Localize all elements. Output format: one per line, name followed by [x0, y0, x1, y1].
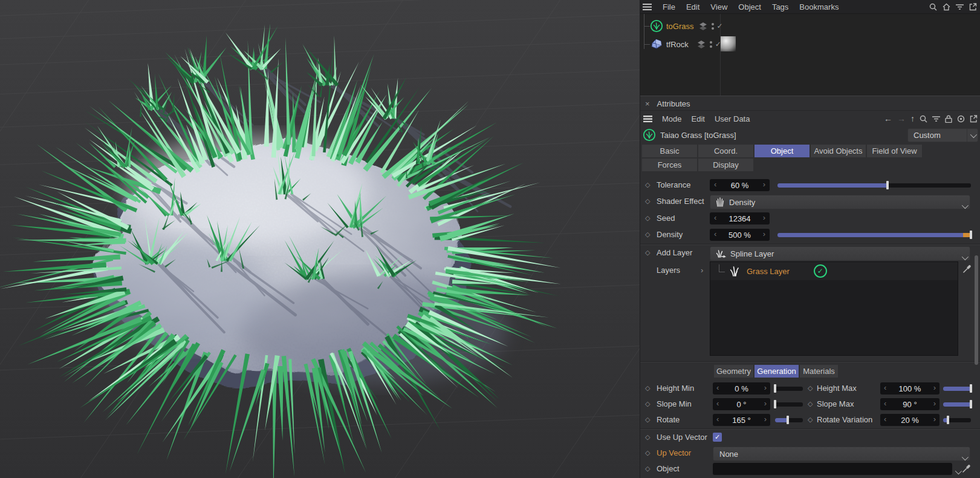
tab-coord[interactable]: Coord.	[698, 145, 753, 157]
density-value[interactable]: 500 %	[729, 231, 751, 240]
visibility-dots-icon[interactable]	[710, 41, 712, 48]
stepper-left-icon[interactable]: ‹	[716, 399, 719, 408]
rotate-slider[interactable]	[775, 416, 803, 424]
layer-name[interactable]: Grass Layer	[747, 267, 790, 276]
height-max-field[interactable]: ‹ 100 % ›	[880, 382, 939, 395]
stepper-left-icon[interactable]: ‹	[884, 383, 886, 392]
hamburger-icon[interactable]	[643, 4, 652, 10]
menu-object[interactable]: Object	[738, 2, 761, 11]
object-row-tfrock[interactable]: tfRock ✓	[640, 36, 721, 53]
target-icon[interactable]	[957, 115, 965, 123]
tab-geometry[interactable]: Geometry	[714, 365, 753, 378]
chevron-down-icon[interactable]	[967, 129, 978, 142]
stepper-left-icon[interactable]: ‹	[714, 213, 716, 222]
height-min-slider[interactable]	[775, 384, 803, 393]
tab-materials[interactable]: Materials	[800, 365, 838, 378]
stepper-right-icon[interactable]: ›	[933, 399, 936, 408]
stepper-right-icon[interactable]: ›	[764, 399, 767, 408]
tab-object[interactable]: Object	[754, 145, 810, 157]
eyedropper-icon[interactable]	[962, 464, 971, 473]
tab-field-of-view[interactable]: Field of View	[867, 145, 922, 157]
seed-value[interactable]: 12364	[729, 214, 750, 223]
stepper-right-icon[interactable]: ›	[764, 414, 767, 424]
enabled-check-icon[interactable]: ✓	[717, 22, 723, 30]
height-max-slider[interactable]	[943, 384, 971, 393]
slope-max-value[interactable]: 90 °	[903, 400, 917, 409]
grass-object-icon[interactable]	[650, 19, 663, 33]
rotate-variation-value[interactable]: 20 %	[901, 416, 919, 425]
forward-arrow-icon[interactable]: →	[897, 114, 906, 123]
slope-max-slider[interactable]	[943, 400, 971, 408]
new-window-icon[interactable]	[969, 3, 977, 11]
stepper-right-icon[interactable]: ›	[933, 383, 936, 392]
use-up-vector-checkbox[interactable]: ✓	[713, 433, 722, 442]
tolerance-slider[interactable]	[777, 181, 971, 189]
3d-viewport[interactable]	[0, 0, 640, 478]
search-icon[interactable]	[920, 115, 927, 123]
tab-generation[interactable]: Generation	[754, 365, 799, 378]
layer-enabled-icon[interactable]: ✓	[814, 264, 827, 278]
stepper-left-icon[interactable]: ‹	[716, 414, 719, 424]
menu-edit[interactable]: Edit	[686, 2, 699, 11]
visibility-dots-icon[interactable]	[712, 23, 714, 30]
tab-forces[interactable]: Forces	[642, 159, 697, 171]
slope-min-field[interactable]: ‹ 0 ° ›	[713, 398, 770, 410]
stepper-left-icon[interactable]: ‹	[716, 383, 719, 392]
expand-chevron-icon[interactable]: ›	[701, 266, 703, 275]
close-icon[interactable]: ×	[645, 99, 650, 108]
stepper-right-icon[interactable]: ›	[764, 383, 767, 392]
rotate-variation-slider[interactable]	[943, 416, 971, 424]
stepper-right-icon[interactable]: ›	[763, 180, 765, 189]
panel-scrollbar[interactable]	[975, 255, 978, 365]
stepper-left-icon[interactable]: ‹	[714, 229, 716, 238]
add-layer-dropdown[interactable]: Spline Layer	[710, 246, 970, 261]
filter-icon[interactable]	[956, 4, 964, 10]
stepper-left-icon[interactable]: ‹	[884, 399, 886, 408]
menu-edit[interactable]: Edit	[692, 114, 705, 123]
shader-effect-dropdown[interactable]: Density	[710, 195, 970, 209]
stepper-left-icon[interactable]: ‹	[884, 414, 886, 424]
slope-min-slider[interactable]	[775, 400, 803, 408]
object-row-tograss[interactable]: toGrass ✓	[640, 18, 723, 34]
rotate-field[interactable]: ‹ 165 ° ›	[713, 414, 770, 426]
seed-value-field[interactable]: ‹ 12364 ›	[710, 212, 770, 224]
menu-tags[interactable]: Tags	[772, 2, 788, 11]
stepper-left-icon[interactable]: ‹	[714, 180, 716, 189]
material-thumbnail[interactable]	[721, 36, 736, 51]
stepper-right-icon[interactable]: ›	[763, 229, 765, 238]
rotate-variation-field[interactable]: ‹ 20 % ›	[880, 414, 939, 426]
home-icon[interactable]	[943, 3, 950, 11]
chevron-down-icon[interactable]	[955, 466, 960, 477]
object-name[interactable]: tfRock	[666, 40, 689, 49]
height-min-value[interactable]: 0 %	[735, 384, 748, 393]
height-max-value[interactable]: 100 %	[899, 384, 921, 393]
layer-row-grass-layer[interactable]: Grass Layer ✓	[710, 262, 958, 280]
stepper-right-icon[interactable]: ›	[763, 213, 765, 222]
tolerance-value[interactable]: 60 %	[731, 181, 749, 190]
eyedropper-icon[interactable]	[963, 264, 972, 273]
height-min-field[interactable]: ‹ 0 % ›	[713, 382, 770, 395]
menu-view[interactable]: View	[710, 2, 727, 11]
menu-user-data[interactable]: User Data	[715, 114, 750, 123]
menu-file[interactable]: File	[663, 2, 675, 11]
menu-mode[interactable]: Mode	[662, 114, 682, 123]
tolerance-value-field[interactable]: ‹ 60 % ›	[710, 179, 770, 191]
new-window-icon[interactable]	[970, 115, 978, 123]
layers-list[interactable]: Grass Layer ✓	[710, 261, 958, 356]
tab-basic[interactable]: Basic	[642, 145, 697, 157]
layer-stack-icon[interactable]	[697, 41, 706, 48]
layer-stack-icon[interactable]	[699, 22, 707, 30]
object-link-field[interactable]	[713, 463, 952, 475]
hamburger-icon[interactable]	[643, 116, 652, 122]
stepper-right-icon[interactable]: ›	[933, 414, 936, 424]
tab-display[interactable]: Display	[698, 159, 753, 171]
back-arrow-icon[interactable]: ←	[884, 114, 892, 123]
preset-dropdown[interactable]: Custom	[907, 128, 978, 142]
lock-icon[interactable]	[945, 115, 952, 123]
rotate-value[interactable]: 165 °	[732, 416, 751, 425]
rock-object-icon[interactable]	[650, 38, 663, 51]
density-slider[interactable]	[777, 231, 971, 239]
search-icon[interactable]	[929, 3, 937, 11]
tab-avoid-objects[interactable]: Avoid Objects	[811, 145, 866, 157]
object-name[interactable]: toGrass	[666, 22, 694, 31]
